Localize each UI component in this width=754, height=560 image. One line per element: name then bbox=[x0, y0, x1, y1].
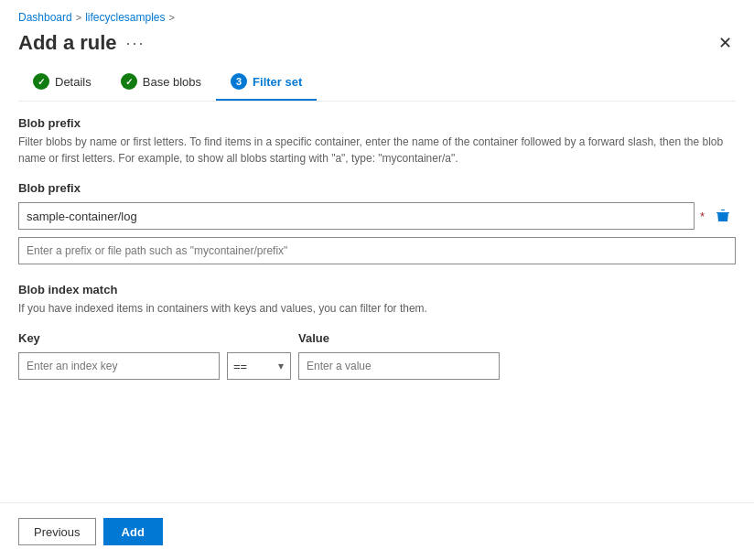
key-input[interactable] bbox=[18, 352, 220, 380]
index-col-headers: Key Value bbox=[18, 331, 736, 345]
blob-index-desc: If you have indexed items in containers … bbox=[18, 300, 736, 317]
blob-prefix-title: Blob prefix bbox=[18, 116, 736, 130]
page-title: Add a rule bbox=[18, 31, 117, 55]
prefix-input-1[interactable] bbox=[18, 202, 695, 230]
delete-prefix-button[interactable] bbox=[710, 203, 736, 229]
filter-set-num-icon: 3 bbox=[231, 73, 247, 90]
index-input-row: == != < <= > >= bbox=[18, 352, 736, 380]
details-check-icon: ✓ bbox=[33, 73, 49, 90]
prefix-row-2 bbox=[18, 237, 736, 264]
trash-icon bbox=[716, 209, 729, 223]
value-col-header: Value bbox=[298, 331, 500, 345]
breadcrumb-sep-2: > bbox=[169, 12, 175, 23]
footer: Previous Add bbox=[0, 503, 754, 560]
prefix-input-2[interactable] bbox=[18, 237, 736, 264]
tab-bar: ✓ Details ✓ Base blobs 3 Filter set bbox=[0, 66, 754, 101]
blob-index-title: Blob index match bbox=[18, 283, 736, 296]
required-indicator: * bbox=[700, 210, 705, 223]
breadcrumb-dashboard[interactable]: Dashboard bbox=[18, 11, 72, 24]
blob-index-section: Blob index match If you have indexed ite… bbox=[18, 283, 736, 380]
previous-button[interactable]: Previous bbox=[18, 518, 96, 545]
operator-select[interactable]: == != < <= > >= bbox=[227, 352, 291, 380]
blob-prefix-section: Blob prefix Filter blobs by name or firs… bbox=[18, 116, 736, 264]
main-content: Blob prefix Filter blobs by name or firs… bbox=[0, 102, 754, 502]
value-input[interactable] bbox=[298, 352, 500, 380]
breadcrumb-sep-1: > bbox=[76, 12, 81, 23]
key-col-header: Key bbox=[18, 331, 220, 345]
prefix-row-1: * bbox=[18, 202, 736, 230]
base-blobs-check-icon: ✓ bbox=[121, 73, 137, 90]
tab-details[interactable]: ✓ Details bbox=[18, 66, 106, 101]
tab-base-blobs[interactable]: ✓ Base blobs bbox=[106, 66, 216, 101]
tab-filter-set-label: Filter set bbox=[253, 75, 302, 89]
more-options-button[interactable]: ··· bbox=[126, 34, 145, 53]
tab-filter-set[interactable]: 3 Filter set bbox=[216, 66, 317, 101]
page-header: Add a rule ··· ✕ bbox=[0, 27, 754, 66]
breadcrumb-lifecyclesamples[interactable]: lifecyclesamples bbox=[85, 11, 165, 24]
breadcrumb: Dashboard > lifecyclesamples > bbox=[0, 0, 754, 27]
tab-details-label: Details bbox=[55, 75, 92, 89]
blob-prefix-desc: Filter blobs by name or first letters. T… bbox=[18, 134, 736, 167]
close-button[interactable]: ✕ bbox=[715, 33, 736, 53]
tab-base-blobs-label: Base blobs bbox=[143, 75, 201, 89]
operator-select-wrapper: == != < <= > >= bbox=[227, 352, 291, 380]
blob-prefix-field-label: Blob prefix bbox=[18, 181, 736, 195]
add-button[interactable]: Add bbox=[103, 518, 163, 545]
